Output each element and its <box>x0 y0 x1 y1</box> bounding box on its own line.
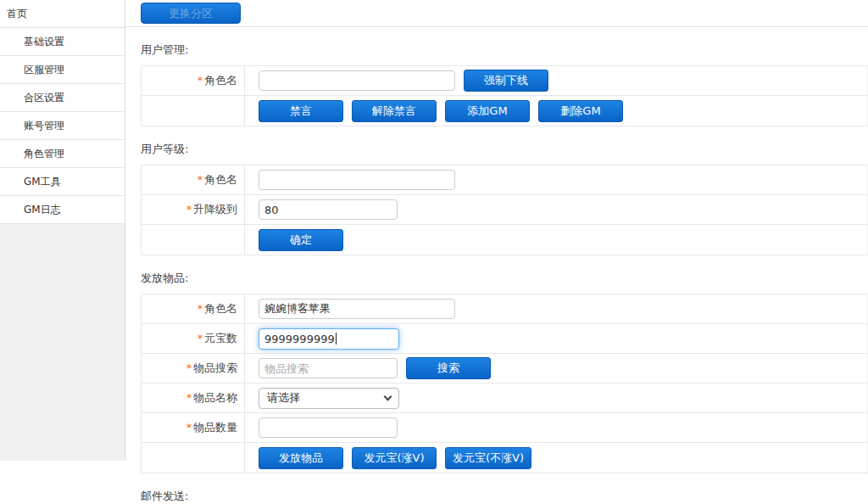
sidebar-item-gm-tools[interactable]: GM工具 <box>0 168 125 196</box>
yuanbao-count-value: 9999999999 <box>264 333 335 345</box>
form-row: *角色名 强制下线 <box>142 66 867 96</box>
form-row: *升降级到 <box>142 195 867 225</box>
delete-gm-button[interactable]: 删除GM <box>538 100 623 122</box>
empty-label <box>142 225 245 255</box>
sidebar: 首页 基础设置 区服管理 合区设置 账号管理 角色管理 GM工具 GM日志 <box>0 0 125 461</box>
section-title-mail-send: 邮件发送: <box>141 489 868 504</box>
required-asterisk: * <box>186 204 192 216</box>
sidebar-item-account-manage[interactable]: 账号管理 <box>0 112 125 140</box>
item-qty-label: *物品数量 <box>142 413 245 442</box>
required-asterisk: * <box>198 333 203 344</box>
sidebar-filler <box>0 224 125 461</box>
user-level-form: *角色名 *升降级到 确定 <box>141 165 868 255</box>
level-target-label: *升降级到 <box>142 195 245 224</box>
form-cell: 搜索 <box>245 354 867 383</box>
yuanbao-count-input[interactable]: 9999999999 <box>259 328 399 350</box>
form-row: *物品名称 请选择 <box>142 384 867 413</box>
give-yuanbao-no-v-button[interactable]: 发元宝(不涨V) <box>445 447 531 469</box>
level-target-input[interactable] <box>259 199 398 220</box>
form-cell: 确定 <box>245 225 867 255</box>
role-name-label: *角色名 <box>142 66 245 95</box>
item-name-selected-value: 请选择 <box>267 390 300 406</box>
give-item-form: *角色名 *元宝数 9999999999 *物品搜索 搜索 <box>141 294 868 473</box>
item-name-select[interactable]: 请选择 <box>259 388 399 409</box>
give-yuanbao-up-v-button[interactable]: 发元宝(涨V) <box>352 447 437 469</box>
form-row: *物品搜索 搜索 <box>142 354 867 384</box>
mute-button[interactable]: 禁言 <box>259 100 343 122</box>
add-gm-button[interactable]: 添加GM <box>445 100 530 122</box>
form-row: *角色名 <box>142 294 867 324</box>
role-name-label: *角色名 <box>142 294 245 323</box>
text-cursor <box>336 333 337 344</box>
item-qty-input[interactable] <box>259 417 398 438</box>
give-item-button[interactable]: 发放物品 <box>259 447 343 469</box>
main-content: 更换分区 用户管理: *角色名 强制下线 禁言 解除禁言 添加GM 删除GM <box>125 0 868 504</box>
search-button[interactable]: 搜索 <box>406 357 491 379</box>
section-title-give-item: 发放物品: <box>141 271 868 286</box>
level-role-name-input[interactable] <box>259 170 455 190</box>
sidebar-item-home[interactable]: 首页 <box>0 0 125 28</box>
required-asterisk: * <box>186 422 192 434</box>
sidebar-item-role-manage[interactable]: 角色管理 <box>0 140 125 168</box>
form-row: 发放物品 发元宝(涨V) 发元宝(不涨V) <box>142 443 867 473</box>
form-row: 确定 <box>142 225 867 255</box>
form-cell <box>245 294 867 323</box>
sidebar-item-basic-settings[interactable]: 基础设置 <box>0 28 125 56</box>
form-cell: 强制下线 <box>245 66 867 95</box>
required-asterisk: * <box>186 362 192 374</box>
unmute-button[interactable]: 解除禁言 <box>352 100 437 122</box>
content-area: 用户管理: *角色名 强制下线 禁言 解除禁言 添加GM 删除GM 用户等级 <box>125 42 868 504</box>
form-row: *角色名 <box>142 165 867 195</box>
form-cell: 请选择 <box>245 384 867 412</box>
item-search-label: *物品搜索 <box>142 354 245 383</box>
topbar: 更换分区 <box>125 0 868 27</box>
chevron-down-icon <box>384 392 392 400</box>
user-manage-form: *角色名 强制下线 禁言 解除禁言 添加GM 删除GM <box>141 65 868 126</box>
form-cell: 9999999999 <box>245 324 867 353</box>
form-cell: 禁言 解除禁言 添加GM 删除GM <box>245 96 867 126</box>
section-title-user-level: 用户等级: <box>141 142 868 157</box>
form-row: 禁言 解除禁言 添加GM 删除GM <box>142 96 867 126</box>
required-asterisk: * <box>186 392 192 404</box>
required-asterisk: * <box>198 303 203 315</box>
section-title-user-manage: 用户管理: <box>141 42 868 58</box>
give-role-name-input[interactable] <box>259 299 455 319</box>
role-name-input[interactable] <box>259 70 455 91</box>
yuanbao-count-label: *元宝数 <box>142 324 245 353</box>
required-asterisk: * <box>198 75 203 87</box>
sidebar-item-server-manage[interactable]: 区服管理 <box>0 56 125 84</box>
role-name-label: *角色名 <box>142 165 245 194</box>
confirm-button[interactable]: 确定 <box>259 229 343 251</box>
required-asterisk: * <box>198 174 203 186</box>
sidebar-item-gm-logs[interactable]: GM日志 <box>0 196 125 224</box>
item-search-input[interactable] <box>259 358 398 378</box>
change-partition-button[interactable]: 更换分区 <box>141 3 241 24</box>
form-row: *元宝数 9999999999 <box>142 324 867 354</box>
form-cell <box>245 165 867 194</box>
empty-label <box>142 96 245 126</box>
form-cell: 发放物品 发元宝(涨V) 发元宝(不涨V) <box>245 443 867 473</box>
form-row: *物品数量 <box>142 413 867 443</box>
sidebar-item-merge-settings[interactable]: 合区设置 <box>0 84 125 112</box>
force-offline-button[interactable]: 强制下线 <box>464 70 548 92</box>
item-name-label: *物品名称 <box>142 384 245 412</box>
form-cell <box>245 413 867 442</box>
empty-label <box>142 443 245 473</box>
form-cell <box>245 195 867 224</box>
